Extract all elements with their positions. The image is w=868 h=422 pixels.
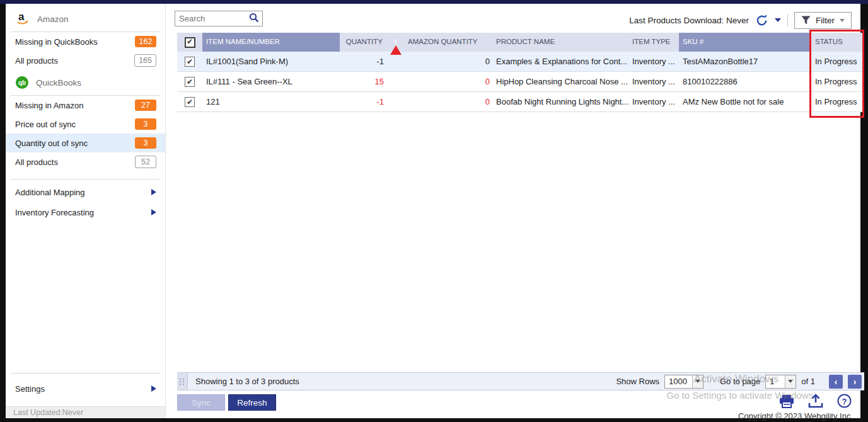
quickbooks-icon: qb xyxy=(16,76,28,89)
sidebar-item-inventory-forecasting[interactable]: Inventory Forecasting xyxy=(6,202,165,222)
column-header-amazon-quantity[interactable]: AMAZON QUANTITY xyxy=(404,37,492,47)
sidebar-item-price-out-of-sync[interactable]: Price out of sync 3 xyxy=(6,115,165,134)
table-header-row: ✔ ITEM NAME/NUMBER QUANTITY AMAZON QUANT… xyxy=(177,33,864,52)
count-badge: 3 xyxy=(135,137,156,149)
sidebar-item-label: Quantity out of sync xyxy=(15,139,88,148)
divider xyxy=(11,373,160,374)
products-table: ✔ ITEM NAME/NUMBER QUANTITY AMAZON QUANT… xyxy=(177,33,864,112)
app-window: a Amazon Missing in QuickBooks 162 All p… xyxy=(0,0,868,422)
sidebar-item-missing-in-amazon[interactable]: Missing in Amazon 27 xyxy=(6,96,165,115)
search-input[interactable] xyxy=(175,13,249,25)
row-checkbox[interactable]: ✔ xyxy=(185,77,195,87)
cell-item-type: Inventory ... xyxy=(628,76,679,88)
sidebar-item-label: Missing in QuickBooks xyxy=(15,37,98,47)
sidebar-section-quickbooks: qb QuickBooks xyxy=(6,70,165,95)
cell-product-name: Examples & Explanations for Cont... xyxy=(492,55,628,67)
sync-button[interactable]: Sync xyxy=(177,394,225,411)
search-box[interactable] xyxy=(175,11,263,26)
goto-page-select[interactable]: 1 xyxy=(765,375,796,389)
cell-quantity: -1 xyxy=(340,96,386,108)
sidebar-link-label: Settings xyxy=(15,384,45,394)
chevron-down-icon xyxy=(692,375,703,388)
cell-status: In Progress xyxy=(811,76,864,88)
refresh-products-icon[interactable] xyxy=(755,14,768,27)
cell-sku: AMz New Bottle not for sale xyxy=(679,96,811,108)
sidebar-item-quantity-out-of-sync[interactable]: Quantity out of sync 3 xyxy=(6,134,165,152)
refresh-button[interactable]: Refresh xyxy=(228,394,276,411)
cell-status: In Progress xyxy=(811,96,864,108)
divider xyxy=(11,179,160,180)
cell-item-name: 121 xyxy=(202,96,340,108)
amazon-icon: a xyxy=(16,13,30,25)
sidebar-item-all-products-quickbooks[interactable]: All products 52 xyxy=(6,152,165,171)
count-badge: 162 xyxy=(135,36,156,47)
cell-status: In Progress xyxy=(811,55,864,67)
chevron-right-icon xyxy=(151,385,156,392)
table-row[interactable]: ✔ 121 -1 0 Boofab Night Running Lights N… xyxy=(177,92,864,112)
table-row[interactable]: ✔ IL#1001(Sand Pink-M) -1 0 Examples & E… xyxy=(177,52,864,72)
count-badge: 165 xyxy=(134,54,156,67)
count-badge: 52 xyxy=(135,156,156,168)
sidebar-item-additional-mapping[interactable]: Additional Mapping xyxy=(6,182,165,202)
goto-page-value: 1 xyxy=(766,376,785,387)
filter-caret-icon xyxy=(840,19,845,22)
column-header-sku[interactable]: SKU # xyxy=(679,33,811,52)
cell-sku: 810010222886 xyxy=(679,76,811,88)
column-header-status[interactable]: STATUS xyxy=(811,37,864,47)
sidebar-item-label: Missing in Amazon xyxy=(15,101,83,110)
last-products-download-label: Last Products Download: Never xyxy=(629,16,749,25)
search-icon[interactable] xyxy=(249,13,259,25)
count-badge: 3 xyxy=(135,118,156,130)
export-icon[interactable] xyxy=(808,394,823,410)
sidebar-item-settings[interactable]: Settings xyxy=(6,379,165,399)
funnel-icon xyxy=(801,16,811,25)
cell-item-type: Inventory ... xyxy=(628,55,679,67)
cell-amazon-quantity: 0 xyxy=(404,76,492,88)
select-all-checkbox[interactable]: ✔ xyxy=(185,37,195,48)
grip-handle-icon[interactable] xyxy=(177,373,188,390)
show-rows-select[interactable]: 1000 xyxy=(664,375,703,389)
row-checkbox[interactable]: ✔ xyxy=(185,57,195,67)
chevron-down-icon xyxy=(785,375,796,388)
sidebar-quickbooks-label: QuickBooks xyxy=(36,78,81,88)
svg-text:?: ? xyxy=(842,397,847,406)
divider xyxy=(787,14,788,26)
column-header-quantity[interactable]: QUANTITY xyxy=(340,37,386,47)
cell-amazon-quantity: 0 xyxy=(404,55,492,67)
cell-quantity: 15 xyxy=(340,76,386,88)
sidebar-amazon-label: Amazon xyxy=(37,14,69,24)
cell-item-name: IL#1001(Sand Pink-M) xyxy=(202,55,340,67)
sidebar-item-label: All products xyxy=(15,157,58,167)
chevron-right-icon xyxy=(151,189,156,195)
row-checkbox[interactable]: ✔ xyxy=(185,97,195,107)
show-rows-label: Show Rows xyxy=(616,377,659,386)
copyright-text: Copyright © 2023 Webgility Inc. xyxy=(738,411,853,421)
count-badge: 27 xyxy=(135,100,156,111)
sidebar-item-missing-in-quickbooks[interactable]: Missing in QuickBooks 162 xyxy=(6,32,165,51)
print-icon[interactable] xyxy=(779,394,794,410)
sidebar-item-all-products-amazon[interactable]: All products 165 xyxy=(6,51,165,70)
show-rows-value: 1000 xyxy=(665,376,692,387)
sidebar-link-label: Inventory Forecasting xyxy=(15,208,94,217)
cell-item-name: IL#111 - Sea Green--XL xyxy=(202,76,340,88)
last-updated-status: Last Updated:Never xyxy=(6,406,165,418)
next-page-button[interactable]: › xyxy=(848,375,862,389)
column-header-item-name[interactable]: ITEM NAME/NUMBER xyxy=(202,33,340,52)
cell-amazon-quantity: 0 xyxy=(404,96,492,108)
cell-item-type: Inventory ... xyxy=(628,96,679,108)
previous-page-button[interactable]: ‹ xyxy=(829,375,843,389)
cell-product-name: HipHop Cleansing Charcoal Nose ... xyxy=(492,76,628,88)
help-icon[interactable]: ? xyxy=(837,394,852,410)
filter-button-label: Filter xyxy=(816,16,835,25)
refresh-options-caret-icon[interactable] xyxy=(775,18,781,22)
column-header-item-type[interactable]: ITEM TYPE xyxy=(628,37,679,47)
sidebar-section-amazon: a Amazon xyxy=(6,4,165,31)
column-header-product-name[interactable]: PRODUCT NAME xyxy=(492,37,628,47)
toolbar: Last Products Download: Never Filter xyxy=(166,4,860,33)
chevron-right-icon xyxy=(151,209,156,215)
pagination-bar: Showing 1 to 3 of 3 products Show Rows 1… xyxy=(177,372,864,391)
cell-quantity: -1 xyxy=(340,55,386,67)
table-row[interactable]: ✔ IL#111 - Sea Green--XL 15 0 HipHop Cle… xyxy=(177,72,864,92)
filter-button[interactable]: Filter xyxy=(794,12,852,29)
showing-summary: Showing 1 to 3 of 3 products xyxy=(188,377,299,386)
